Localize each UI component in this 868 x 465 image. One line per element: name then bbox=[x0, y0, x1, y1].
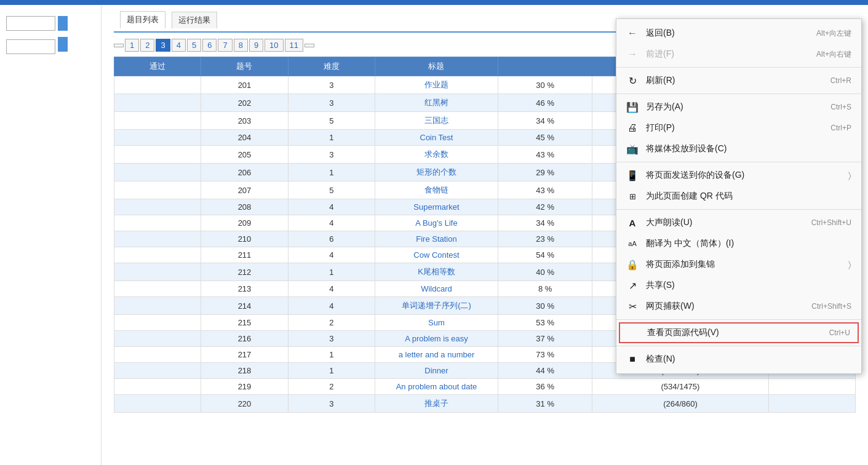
cell-rate: 46 % bbox=[498, 94, 592, 112]
menu-item-cast[interactable]: 📺 将媒体投放到设备(C) bbox=[616, 138, 861, 159]
cell-pass bbox=[114, 263, 201, 281]
cell-tag bbox=[768, 395, 855, 413]
translate-icon: aA bbox=[626, 237, 639, 250]
page-3[interactable]: 3 bbox=[156, 39, 170, 52]
menu-shortcut: Ctrl+Shift+U bbox=[811, 218, 851, 227]
cell-title[interactable]: Sum bbox=[375, 315, 498, 331]
menu-item-refresh[interactable]: ↻ 刷新(R) Ctrl+R bbox=[616, 70, 861, 91]
cell-pass bbox=[114, 231, 201, 247]
cell-pass bbox=[114, 199, 201, 215]
menu-item-qr[interactable]: ⊞ 为此页面创建 QR 代码 bbox=[616, 186, 861, 207]
menu-label: 翻译为 中文（简体）(I) bbox=[646, 238, 851, 249]
menu-item-print[interactable]: 🖨 打印(P) Ctrl+P bbox=[616, 117, 861, 138]
menu-shortcut: Ctrl+S bbox=[830, 103, 851, 111]
cell-title[interactable]: 矩形的个数 bbox=[375, 164, 498, 181]
col-difficulty: 难度 bbox=[288, 57, 375, 76]
menu-item-back[interactable]: ← 返回(B) Alt+向左键 bbox=[616, 23, 861, 44]
menu-item-addfav[interactable]: 🔒 将页面添加到集锦 〉 bbox=[616, 254, 861, 275]
tab-run-result[interactable]: 运行结果 bbox=[172, 12, 217, 28]
page-6[interactable]: 6 bbox=[202, 39, 217, 52]
cell-title[interactable]: Fire Station bbox=[375, 231, 498, 247]
page-prev[interactable] bbox=[114, 44, 124, 47]
menu-label: 将页面添加到集锦 bbox=[646, 259, 841, 270]
menu-item-screenshot[interactable]: ✂ 网页捕获(W) Ctrl+Shift+S bbox=[616, 296, 861, 317]
menu-divider bbox=[616, 67, 861, 68]
cell-title[interactable]: A problem is easy bbox=[375, 331, 498, 347]
cell-id: 210 bbox=[201, 231, 288, 247]
menu-divider bbox=[616, 93, 861, 94]
addfav-icon: 🔒 bbox=[626, 258, 639, 271]
tab-problem-list[interactable]: 题目列表 bbox=[120, 11, 165, 29]
cell-title[interactable]: Wildcard bbox=[375, 281, 498, 297]
cell-title[interactable]: 单词递增子序列(二) bbox=[375, 297, 498, 315]
search-button[interactable] bbox=[58, 37, 68, 52]
cell-title[interactable]: Cow Contest bbox=[375, 247, 498, 263]
menu-item-share[interactable]: ↗ 共享(S) bbox=[616, 275, 861, 296]
cell-rate: 53 % bbox=[498, 315, 592, 331]
cell-id: 204 bbox=[201, 130, 288, 146]
cell-pass bbox=[114, 146, 201, 164]
cell-title[interactable]: A Bug's Life bbox=[375, 215, 498, 231]
page-10[interactable]: 10 bbox=[265, 39, 283, 52]
viewsource-icon bbox=[627, 327, 640, 339]
sidebar bbox=[0, 5, 102, 465]
page-5[interactable]: 5 bbox=[187, 39, 201, 52]
cell-difficulty: 3 bbox=[288, 395, 375, 413]
cell-rate: 30 % bbox=[498, 297, 592, 315]
cell-title[interactable]: 三国志 bbox=[375, 112, 498, 130]
page-next[interactable] bbox=[305, 44, 314, 47]
page-11[interactable]: 11 bbox=[285, 39, 303, 52]
cell-rate: 40 % bbox=[498, 263, 592, 281]
cell-title[interactable]: Coin Test bbox=[375, 130, 498, 146]
page-7[interactable]: 7 bbox=[218, 39, 232, 52]
menu-item-viewsource[interactable]: 查看页面源代码(V) Ctrl+U bbox=[619, 322, 859, 343]
cell-title[interactable]: 求余数 bbox=[375, 146, 498, 164]
goto-input[interactable] bbox=[6, 16, 55, 31]
menu-item-saveas[interactable]: 💾 另存为(A) Ctrl+S bbox=[616, 97, 861, 117]
menu-item-translate[interactable]: aA 翻译为 中文（简体）(I) bbox=[616, 233, 861, 254]
menu-divider bbox=[616, 162, 861, 162]
menu-label: 检查(N) bbox=[646, 354, 851, 365]
cell-title[interactable]: 作业题 bbox=[375, 76, 498, 94]
cell-title[interactable]: An problem about date bbox=[375, 379, 498, 395]
cell-title[interactable]: 推桌子 bbox=[375, 395, 498, 413]
menu-label: 打印(P) bbox=[646, 122, 823, 133]
cell-rate: 43 % bbox=[498, 146, 592, 164]
context-menu[interactable]: ← 返回(B) Alt+向左键 → 前进(F) Alt+向右键 ↻ 刷新(R) … bbox=[616, 18, 862, 374]
cell-difficulty: 2 bbox=[288, 379, 375, 395]
cell-difficulty: 1 bbox=[288, 263, 375, 281]
menu-item-sendpage[interactable]: 📱 将页面发送到你的设备(G) 〉 bbox=[616, 165, 861, 186]
cell-title[interactable]: Supermarket bbox=[375, 199, 498, 215]
menu-divider bbox=[616, 209, 861, 210]
table-row: 219 2 An problem about date 36 % (534/14… bbox=[114, 379, 856, 395]
cell-title[interactable]: a letter and a number bbox=[375, 347, 498, 363]
page-4[interactable]: 4 bbox=[172, 39, 186, 52]
cell-id: 215 bbox=[201, 315, 288, 331]
menu-item-readaloud[interactable]: A 大声朗读(U) Ctrl+Shift+U bbox=[616, 212, 861, 233]
cell-id: 206 bbox=[201, 164, 288, 181]
menu-label: 返回(B) bbox=[646, 28, 809, 39]
search-input[interactable] bbox=[6, 39, 55, 54]
cell-id: 219 bbox=[201, 379, 288, 395]
cell-tag bbox=[768, 379, 855, 395]
cell-pass bbox=[114, 347, 201, 363]
page-2[interactable]: 2 bbox=[140, 39, 154, 52]
menu-item-inspect[interactable]: ■ 检查(N) bbox=[616, 349, 861, 370]
menu-label: 共享(S) bbox=[646, 280, 851, 291]
cell-title[interactable]: 食物链 bbox=[375, 181, 498, 199]
cell-rate: 37 % bbox=[498, 331, 592, 347]
cell-title[interactable]: K尾相等数 bbox=[375, 263, 498, 281]
cell-difficulty: 4 bbox=[288, 247, 375, 263]
cell-rate: 31 % bbox=[498, 395, 592, 413]
cell-difficulty: 1 bbox=[288, 164, 375, 181]
goto-button[interactable] bbox=[58, 16, 68, 31]
cell-pass bbox=[114, 315, 201, 331]
page-1[interactable]: 1 bbox=[125, 39, 139, 52]
page-8[interactable]: 8 bbox=[234, 39, 248, 52]
cell-id: 214 bbox=[201, 297, 288, 315]
cell-id: 212 bbox=[201, 263, 288, 281]
cell-title[interactable]: Dinner bbox=[375, 363, 498, 379]
col-id: 题号 bbox=[201, 57, 288, 76]
cell-title[interactable]: 红黑树 bbox=[375, 94, 498, 112]
page-9[interactable]: 9 bbox=[249, 39, 263, 52]
